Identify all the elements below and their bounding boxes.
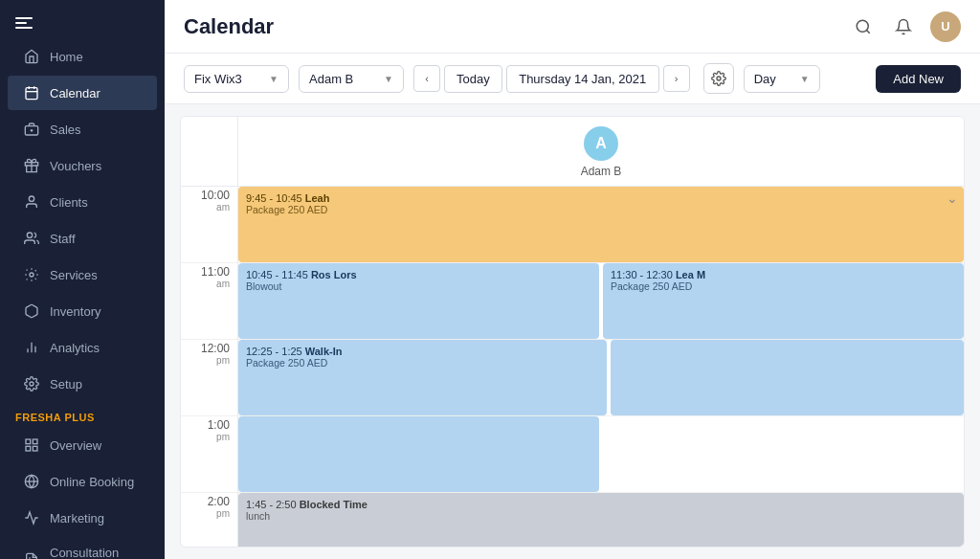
view-dropdown[interactable]: Day ▼ (744, 65, 820, 93)
sidebar-item-analytics[interactable]: Analytics (8, 330, 157, 365)
event-service: lunch (246, 510, 956, 522)
sidebar-item-staff[interactable]: Staff (8, 221, 157, 256)
calendar-icon (23, 84, 40, 101)
sidebar-item-label: Setup (50, 377, 82, 391)
time-row-1pm: 1:00 pm (181, 416, 964, 493)
sidebar: Home Calendar Sales Vouchers (0, 0, 165, 559)
event-lea-m[interactable]: 11:30 - 12:30 Lea M Package 250 AED (603, 263, 964, 339)
time-row-10am: 10:00 am 9:45 - 10:45 Leah Package 250 A… (181, 187, 964, 263)
svg-rect-14 (26, 439, 31, 444)
sidebar-item-services[interactable]: Services (8, 257, 157, 292)
sidebar-item-online-booking[interactable]: Online Booking (8, 464, 157, 499)
analytics-icon (23, 339, 40, 356)
time-label-10am: 10:00 am (181, 187, 238, 262)
chevron-down-icon: ▼ (384, 74, 393, 84)
event-time-name: 9:45 - 10:45 Leah (246, 192, 956, 204)
vouchers-icon (23, 157, 40, 174)
calendar-toolbar: Fix Wix3 ▼ Adam B ▼ ‹ Today Thursday 14 … (165, 54, 980, 104)
sales-icon (23, 121, 40, 138)
sidebar-item-marketing[interactable]: Marketing (8, 501, 157, 535)
day-col-12pm: 12:25 - 1:25 Walk-In Package 250 AED (238, 340, 964, 415)
sidebar-item-label: Staff (50, 232, 76, 246)
chevron-down-icon: ▼ (800, 74, 810, 84)
inventory-icon (23, 302, 40, 320)
svg-point-13 (30, 382, 33, 386)
sidebar-item-vouchers[interactable]: Vouchers (8, 148, 157, 183)
event-ros-lors[interactable]: 10:45 - 11:45 Ros Lors Blowout (238, 263, 599, 339)
event-leah[interactable]: 9:45 - 10:45 Leah Package 250 AED ⌄ (238, 187, 964, 262)
sidebar-item-sales[interactable]: Sales (8, 112, 157, 146)
time-row-2pm: 2:00 pm 1:45 - 2:50 Blocked Time lunch (181, 493, 964, 547)
next-date-button[interactable]: › (663, 65, 690, 92)
sidebar-item-overview[interactable]: Overview (8, 428, 157, 462)
date-nav: ‹ Today Thursday 14 Jan, 2021 › (413, 65, 690, 93)
sidebar-item-label: Inventory (50, 304, 100, 319)
svg-point-26 (717, 77, 721, 80)
svg-point-7 (29, 196, 33, 201)
sidebar-item-calendar[interactable]: Calendar (8, 76, 157, 110)
staff-avatar: A (584, 126, 618, 161)
sidebar-item-label: Clients (50, 195, 88, 210)
search-button[interactable] (850, 13, 877, 40)
event-time-name: 10:45 - 11:45 Ros Lors (246, 269, 591, 280)
calendar-body: A Adam B 10:00 am 9:45 - 10:45 Leah Pack… (180, 116, 965, 548)
time-row-12pm: 12:00 pm 12:25 - 1:25 Walk-In Package 25… (181, 340, 964, 416)
sidebar-logo (0, 0, 165, 38)
location-label: Fix Wix3 (194, 72, 242, 86)
day-col-11am: 10:45 - 11:45 Ros Lors Blowout 11:30 - 1… (238, 263, 964, 339)
calendar-settings-button[interactable] (703, 63, 734, 94)
today-button[interactable]: Today (444, 65, 502, 93)
add-new-button[interactable]: Add New (876, 65, 961, 93)
event-blocked-time[interactable]: 1:45 - 2:50 Blocked Time lunch (238, 493, 964, 547)
date-display: Thursday 14 Jan, 2021 (506, 65, 659, 93)
overview-icon (23, 436, 40, 454)
calendar-grid: 10:00 am 9:45 - 10:45 Leah Package 250 A… (181, 187, 964, 547)
main-header: Calendar U (165, 0, 980, 54)
sidebar-nav: Home Calendar Sales Vouchers (0, 38, 165, 559)
sidebar-item-label: Online Booking (50, 475, 134, 489)
time-label-2pm: 2:00 pm (181, 493, 238, 547)
time-label-1pm: 1:00 pm (181, 416, 238, 492)
sidebar-item-label: Calendar (50, 86, 100, 101)
user-avatar[interactable]: U (930, 11, 961, 42)
consultation-icon (23, 551, 40, 559)
expand-icon: ⌄ (947, 190, 958, 206)
sidebar-item-label: Analytics (50, 341, 100, 355)
svg-rect-0 (26, 88, 37, 100)
event-time-name: 12:25 - 1:25 Walk-In (246, 346, 599, 357)
location-dropdown[interactable]: Fix Wix3 ▼ (184, 65, 289, 93)
marketing-icon (23, 509, 40, 526)
sidebar-item-inventory[interactable]: Inventory (8, 294, 157, 328)
event-time-name: 11:30 - 12:30 Lea M (611, 269, 956, 280)
sidebar-item-label: Consultation Forms (50, 546, 142, 559)
event-service: Blowout (246, 280, 591, 292)
sidebar-item-setup[interactable]: Setup (8, 367, 157, 401)
time-label-12pm: 12:00 pm (181, 340, 238, 415)
sidebar-item-consultation[interactable]: Consultation Forms (8, 537, 157, 559)
prev-date-button[interactable]: ‹ (413, 65, 440, 92)
online-booking-icon (23, 473, 40, 490)
home-icon (23, 48, 40, 65)
staff-dropdown[interactable]: Adam B ▼ (299, 65, 404, 93)
sidebar-item-label: Home (50, 50, 83, 64)
sidebar-item-label: Services (50, 268, 98, 282)
main-content: Calendar U Fix Wix3 ▼ Adam B ▼ ‹ Today T… (165, 0, 980, 559)
sidebar-item-home[interactable]: Home (8, 39, 157, 74)
day-col-2pm: 1:45 - 2:50 Blocked Time lunch (238, 493, 964, 547)
notifications-button[interactable] (890, 13, 917, 40)
event-service: Package 250 AED (246, 357, 599, 369)
sidebar-item-label: Overview (50, 438, 101, 453)
staff-label: Adam B (309, 72, 353, 86)
event-walk-in[interactable]: 12:25 - 1:25 Walk-In Package 250 AED (238, 340, 607, 415)
svg-rect-17 (26, 446, 31, 451)
event-service: Package 250 AED (611, 280, 956, 292)
staff-icon (23, 230, 40, 247)
hamburger-menu-icon[interactable] (15, 17, 33, 29)
time-row-11am: 11:00 am 10:45 - 11:45 Ros Lors Blowout … (181, 263, 964, 340)
svg-point-8 (27, 233, 32, 237)
staff-col-header: A Adam B (238, 117, 964, 186)
sidebar-item-clients[interactable]: Clients (8, 185, 157, 219)
plus-section-label: FRESHA PLUS (0, 402, 165, 427)
svg-rect-16 (33, 446, 37, 451)
event-service: Package 250 AED (246, 204, 956, 215)
